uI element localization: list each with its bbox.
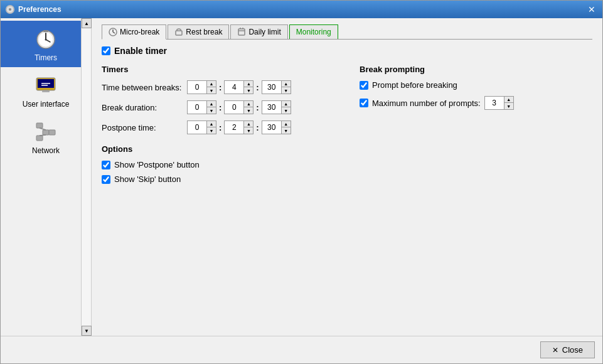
break-duration-s-up[interactable]: ▲ <box>282 101 291 107</box>
enable-timer-checkbox[interactable] <box>102 46 110 55</box>
show-postpone-label: Show 'Postpone' button <box>114 160 200 169</box>
time-between-breaks-m-input[interactable] <box>225 81 243 94</box>
tab-monitoring-label: Monitoring <box>296 28 331 36</box>
time-between-breaks-m-up[interactable]: ▲ <box>244 81 253 87</box>
postpone-time-row: Postpone time: ▲ ▼ : <box>102 120 334 134</box>
tabs: Micro-break Rest break <box>102 24 592 40</box>
break-duration-h-input[interactable] <box>188 101 206 114</box>
sidebar-scroll[interactable]: Timers User interface <box>1 21 91 336</box>
time-between-breaks-m-spinner: ▲ ▼ <box>224 80 253 94</box>
break-duration-h-down[interactable]: ▼ <box>207 107 216 114</box>
max-prompts-checkbox[interactable] <box>360 99 368 107</box>
max-prompts-input[interactable] <box>485 97 504 109</box>
tab-daily-limit[interactable]: Daily limit <box>230 24 287 39</box>
postpone-time-s-up[interactable]: ▲ <box>282 121 291 127</box>
break-duration-s-down[interactable]: ▼ <box>282 107 291 114</box>
footer: ✕ Close <box>1 336 602 363</box>
time-between-breaks-spinners: ▲ ▼ : ▲ ▼ <box>187 80 291 94</box>
preferences-window: Preferences ✕ <box>0 0 603 364</box>
svg-rect-14 <box>36 123 43 128</box>
micro-break-icon <box>109 28 117 36</box>
time-between-breaks-s-input[interactable] <box>262 81 281 94</box>
user-interface-icon <box>33 72 58 97</box>
postpone-time-s-input[interactable] <box>262 121 281 134</box>
svg-line-23 <box>113 32 115 33</box>
show-skip-label: Show 'Skip' button <box>114 174 181 184</box>
tab-rest-break-label: Rest break <box>186 28 222 36</box>
break-duration-m-down[interactable]: ▼ <box>244 107 253 114</box>
prompt-before-breaking-row: Prompt before breaking <box>360 80 592 90</box>
postpone-time-h-input[interactable] <box>188 121 206 134</box>
tab-monitoring[interactable]: Monitoring <box>289 24 338 39</box>
break-duration-h-spinner: ▲ ▼ <box>187 100 216 114</box>
colon1: : <box>219 83 221 92</box>
postpone-time-m-up[interactable]: ▲ <box>244 121 253 127</box>
app-icon <box>6 5 14 14</box>
window-close-button[interactable]: ✕ <box>586 4 597 15</box>
break-duration-h-up[interactable]: ▲ <box>207 101 216 107</box>
time-between-breaks-row: Time between breaks: ▲ ▼ : <box>102 80 334 94</box>
time-between-breaks-h-input[interactable] <box>188 81 206 94</box>
content-area: Micro-break Rest break <box>92 18 602 336</box>
postpone-time-h-up[interactable]: ▲ <box>207 121 216 127</box>
network-icon <box>33 119 58 144</box>
time-between-breaks-h-down[interactable]: ▼ <box>207 87 216 94</box>
scroll-up-button[interactable]: ▲ <box>82 18 92 28</box>
time-between-breaks-m-down[interactable]: ▼ <box>244 87 253 94</box>
sidebar-item-network[interactable]: Network <box>1 114 91 160</box>
max-prompts-up[interactable]: ▲ <box>504 97 513 103</box>
window-title: Preferences <box>18 5 61 14</box>
max-prompts-spinner: ▲ ▼ <box>484 96 514 110</box>
max-prompts-label: Maximum number of prompts: <box>372 99 481 108</box>
break-duration-row: Break duration: ▲ ▼ : <box>102 100 334 114</box>
svg-point-1 <box>9 8 11 11</box>
postpone-time-m-down[interactable]: ▼ <box>244 127 253 134</box>
svg-rect-24 <box>176 31 182 35</box>
postpone-time-s-spinner: ▲ ▼ <box>262 120 291 134</box>
scroll-down-button[interactable]: ▼ <box>82 326 92 336</box>
time-between-breaks-label: Time between breaks: <box>102 83 183 92</box>
enable-timer-label: Enable timer <box>114 46 167 56</box>
break-duration-m-up[interactable]: ▲ <box>244 101 253 107</box>
svg-line-18 <box>40 128 46 130</box>
show-skip-checkbox[interactable] <box>102 175 110 184</box>
postpone-time-h-spinner: ▲ ▼ <box>187 120 216 134</box>
tab-micro-break[interactable]: Micro-break <box>102 24 166 40</box>
scroll-track <box>82 28 91 326</box>
prompt-before-breaking-checkbox[interactable] <box>360 81 368 90</box>
show-postpone-row: Show 'Postpone' button <box>102 160 334 169</box>
max-prompts-row: Maximum number of prompts: ▲ ▼ <box>360 96 592 110</box>
sidebar-item-timers-label: Timers <box>35 53 57 62</box>
tab-daily-limit-label: Daily limit <box>248 28 280 36</box>
postpone-time-h-down[interactable]: ▼ <box>207 127 216 134</box>
sidebar-item-network-label: Network <box>32 146 60 155</box>
timers-icon <box>33 26 58 51</box>
colon6: : <box>256 123 259 132</box>
max-prompts-down[interactable]: ▼ <box>504 103 513 109</box>
time-between-breaks-s-down[interactable]: ▼ <box>282 87 291 94</box>
break-duration-s-input[interactable] <box>262 101 281 114</box>
sidebar: Timers User interface <box>1 18 92 336</box>
svg-rect-17 <box>49 130 55 135</box>
timers-section-title: Timers <box>102 65 334 74</box>
svg-rect-11 <box>42 90 50 92</box>
rest-break-icon <box>174 28 183 36</box>
close-button-x-icon: ✕ <box>552 346 558 355</box>
time-between-breaks-s-up[interactable]: ▲ <box>282 81 291 87</box>
postpone-time-m-input[interactable] <box>225 121 243 134</box>
time-between-breaks-h-spinner: ▲ ▼ <box>187 80 216 94</box>
postpone-time-s-down[interactable]: ▼ <box>282 127 291 134</box>
tab-rest-break[interactable]: Rest break <box>168 24 229 39</box>
sidebar-item-user-interface[interactable]: User interface <box>1 67 91 114</box>
time-between-breaks-h-up[interactable]: ▲ <box>207 81 216 87</box>
time-between-breaks-s-spinner: ▲ ▼ <box>262 80 291 94</box>
close-button[interactable]: ✕ Close <box>540 341 595 358</box>
sidebar-scrollbar: ▲ ▼ <box>81 18 91 336</box>
title-bar: Preferences ✕ <box>1 1 602 18</box>
show-postpone-checkbox[interactable] <box>102 161 110 169</box>
svg-rect-25 <box>238 29 245 35</box>
sidebar-item-timers[interactable]: Timers <box>1 21 91 67</box>
options-section: Options Show 'Postpone' button Show 'Ski… <box>102 144 334 184</box>
break-duration-m-input[interactable] <box>225 101 243 114</box>
colon5: : <box>219 123 221 132</box>
